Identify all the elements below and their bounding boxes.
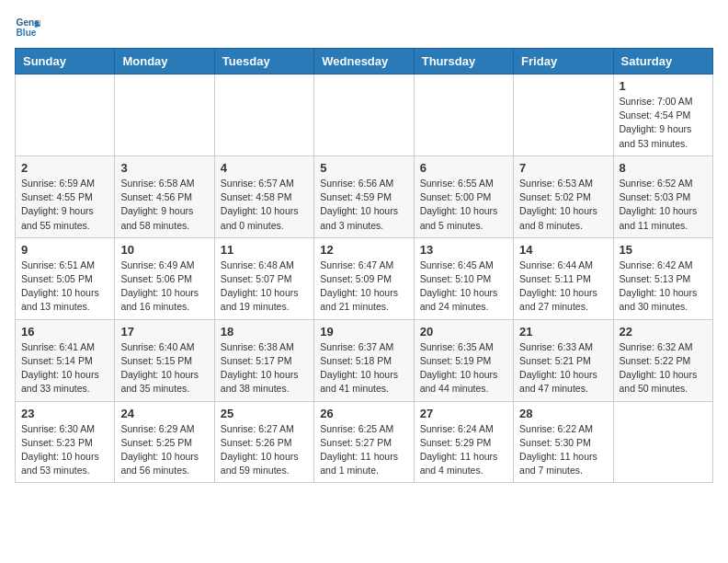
col-header-sunday: Sunday: [16, 49, 115, 75]
day-info: Sunrise: 6:25 AM Sunset: 5:27 PM Dayligh…: [320, 422, 407, 478]
calendar-cell: [414, 75, 513, 156]
calendar-cell: 9Sunrise: 6:51 AM Sunset: 5:05 PM Daylig…: [16, 237, 115, 319]
calendar-week-row: 9Sunrise: 6:51 AM Sunset: 5:05 PM Daylig…: [16, 237, 713, 319]
day-number: 23: [21, 407, 108, 420]
day-info: Sunrise: 6:47 AM Sunset: 5:09 PM Dayligh…: [320, 259, 407, 315]
day-info: Sunrise: 6:27 AM Sunset: 5:26 PM Dayligh…: [221, 422, 308, 478]
calendar-cell: [16, 75, 115, 156]
calendar-cell: 13Sunrise: 6:45 AM Sunset: 5:10 PM Dayli…: [414, 237, 513, 319]
day-info: Sunrise: 6:37 AM Sunset: 5:18 PM Dayligh…: [320, 340, 407, 396]
calendar-cell: 18Sunrise: 6:38 AM Sunset: 5:17 PM Dayli…: [214, 319, 313, 401]
col-header-friday: Friday: [514, 49, 613, 75]
day-info: Sunrise: 6:24 AM Sunset: 5:29 PM Dayligh…: [420, 422, 507, 478]
day-info: Sunrise: 6:38 AM Sunset: 5:17 PM Dayligh…: [221, 340, 308, 396]
day-info: Sunrise: 6:41 AM Sunset: 5:14 PM Dayligh…: [21, 340, 108, 396]
day-info: Sunrise: 6:32 AM Sunset: 5:22 PM Dayligh…: [620, 340, 707, 396]
day-number: 19: [320, 325, 407, 339]
col-header-monday: Monday: [115, 49, 214, 75]
calendar-cell: 17Sunrise: 6:40 AM Sunset: 5:15 PM Dayli…: [115, 319, 214, 401]
day-info: Sunrise: 6:52 AM Sunset: 5:03 PM Dayligh…: [620, 177, 707, 233]
calendar-cell: [514, 75, 613, 156]
day-number: 6: [420, 161, 507, 175]
calendar-cell: 3Sunrise: 6:58 AM Sunset: 4:56 PM Daylig…: [115, 155, 214, 237]
day-info: Sunrise: 6:35 AM Sunset: 5:19 PM Dayligh…: [420, 340, 507, 396]
day-info: Sunrise: 6:53 AM Sunset: 5:02 PM Dayligh…: [519, 177, 607, 233]
calendar-cell: 7Sunrise: 6:53 AM Sunset: 5:02 PM Daylig…: [514, 155, 613, 237]
day-info: Sunrise: 6:45 AM Sunset: 5:10 PM Dayligh…: [420, 259, 507, 315]
calendar-cell: 26Sunrise: 6:25 AM Sunset: 5:27 PM Dayli…: [314, 401, 414, 483]
day-number: 12: [320, 243, 407, 257]
day-info: Sunrise: 6:56 AM Sunset: 4:59 PM Dayligh…: [320, 177, 407, 233]
day-number: 17: [120, 325, 208, 339]
calendar-cell: 21Sunrise: 6:33 AM Sunset: 5:21 PM Dayli…: [514, 319, 613, 401]
calendar-cell: 22Sunrise: 6:32 AM Sunset: 5:22 PM Dayli…: [613, 319, 712, 401]
day-info: Sunrise: 6:55 AM Sunset: 5:00 PM Dayligh…: [420, 177, 507, 233]
calendar-cell: 10Sunrise: 6:49 AM Sunset: 5:06 PM Dayli…: [115, 237, 214, 319]
day-number: 7: [519, 161, 607, 175]
col-header-tuesday: Tuesday: [214, 49, 313, 75]
calendar-week-row: 2Sunrise: 6:59 AM Sunset: 4:55 PM Daylig…: [16, 155, 713, 237]
calendar-cell: 16Sunrise: 6:41 AM Sunset: 5:14 PM Dayli…: [16, 319, 115, 401]
day-number: 3: [120, 161, 208, 175]
calendar-cell: 4Sunrise: 6:57 AM Sunset: 4:58 PM Daylig…: [214, 155, 313, 237]
calendar-table: SundayMondayTuesdayWednesdayThursdayFrid…: [15, 48, 713, 483]
day-number: 20: [420, 325, 507, 339]
day-number: 25: [221, 407, 308, 420]
calendar-cell: 8Sunrise: 6:52 AM Sunset: 5:03 PM Daylig…: [613, 155, 712, 237]
calendar-cell: 5Sunrise: 6:56 AM Sunset: 4:59 PM Daylig…: [314, 155, 414, 237]
day-number: 21: [519, 325, 607, 339]
day-info: Sunrise: 6:30 AM Sunset: 5:23 PM Dayligh…: [21, 422, 108, 478]
col-header-thursday: Thursday: [414, 49, 513, 75]
day-number: 11: [221, 243, 308, 257]
day-info: Sunrise: 6:48 AM Sunset: 5:07 PM Dayligh…: [221, 259, 308, 315]
day-number: 9: [21, 243, 108, 257]
day-info: Sunrise: 6:42 AM Sunset: 5:13 PM Dayligh…: [620, 259, 707, 315]
calendar-cell: 25Sunrise: 6:27 AM Sunset: 5:26 PM Dayli…: [214, 401, 313, 483]
day-number: 1: [620, 79, 707, 93]
day-info: Sunrise: 6:33 AM Sunset: 5:21 PM Dayligh…: [519, 340, 607, 396]
day-info: Sunrise: 6:57 AM Sunset: 4:58 PM Dayligh…: [221, 177, 308, 233]
day-info: Sunrise: 6:44 AM Sunset: 5:11 PM Dayligh…: [519, 259, 607, 315]
day-number: 16: [21, 325, 108, 339]
day-number: 26: [320, 407, 407, 420]
calendar-header-row: SundayMondayTuesdayWednesdayThursdayFrid…: [16, 49, 713, 75]
calendar-cell: 24Sunrise: 6:29 AM Sunset: 5:25 PM Dayli…: [115, 401, 214, 483]
day-number: 4: [221, 161, 308, 175]
calendar-cell: 20Sunrise: 6:35 AM Sunset: 5:19 PM Dayli…: [414, 319, 513, 401]
day-info: Sunrise: 6:59 AM Sunset: 4:55 PM Dayligh…: [21, 177, 108, 233]
calendar-week-row: 1Sunrise: 7:00 AM Sunset: 4:54 PM Daylig…: [16, 75, 713, 156]
day-number: 27: [420, 407, 507, 420]
calendar-cell: 1Sunrise: 7:00 AM Sunset: 4:54 PM Daylig…: [613, 75, 712, 156]
calendar-week-row: 23Sunrise: 6:30 AM Sunset: 5:23 PM Dayli…: [16, 401, 713, 483]
day-number: 24: [120, 407, 208, 420]
day-info: Sunrise: 6:49 AM Sunset: 5:06 PM Dayligh…: [120, 259, 208, 315]
day-number: 18: [221, 325, 308, 339]
calendar-cell: 19Sunrise: 6:37 AM Sunset: 5:18 PM Dayli…: [314, 319, 414, 401]
calendar-cell: 23Sunrise: 6:30 AM Sunset: 5:23 PM Dayli…: [16, 401, 115, 483]
calendar-cell: 2Sunrise: 6:59 AM Sunset: 4:55 PM Daylig…: [16, 155, 115, 237]
col-header-wednesday: Wednesday: [314, 49, 414, 75]
day-info: Sunrise: 6:22 AM Sunset: 5:30 PM Dayligh…: [519, 422, 607, 478]
calendar-cell: 12Sunrise: 6:47 AM Sunset: 5:09 PM Dayli…: [314, 237, 414, 319]
day-info: Sunrise: 6:51 AM Sunset: 5:05 PM Dayligh…: [21, 259, 108, 315]
calendar-week-row: 16Sunrise: 6:41 AM Sunset: 5:14 PM Dayli…: [16, 319, 713, 401]
day-number: 2: [21, 161, 108, 175]
day-info: Sunrise: 6:58 AM Sunset: 4:56 PM Dayligh…: [120, 177, 208, 233]
page-header: General Blue: [15, 15, 713, 40]
day-number: 14: [519, 243, 607, 257]
calendar-cell: 28Sunrise: 6:22 AM Sunset: 5:30 PM Dayli…: [514, 401, 613, 483]
day-number: 15: [620, 243, 707, 257]
day-number: 13: [420, 243, 507, 257]
day-info: Sunrise: 6:40 AM Sunset: 5:15 PM Dayligh…: [120, 340, 208, 396]
day-number: 10: [120, 243, 208, 257]
day-info: Sunrise: 6:29 AM Sunset: 5:25 PM Dayligh…: [120, 422, 208, 478]
calendar-cell: 14Sunrise: 6:44 AM Sunset: 5:11 PM Dayli…: [514, 237, 613, 319]
calendar-cell: 27Sunrise: 6:24 AM Sunset: 5:29 PM Dayli…: [414, 401, 513, 483]
day-number: 8: [620, 161, 707, 175]
calendar-cell: [314, 75, 414, 156]
svg-text:Blue: Blue: [17, 28, 37, 38]
calendar-cell: 6Sunrise: 6:55 AM Sunset: 5:00 PM Daylig…: [414, 155, 513, 237]
calendar-cell: [214, 75, 313, 156]
day-number: 28: [519, 407, 607, 420]
calendar-cell: 15Sunrise: 6:42 AM Sunset: 5:13 PM Dayli…: [613, 237, 712, 319]
